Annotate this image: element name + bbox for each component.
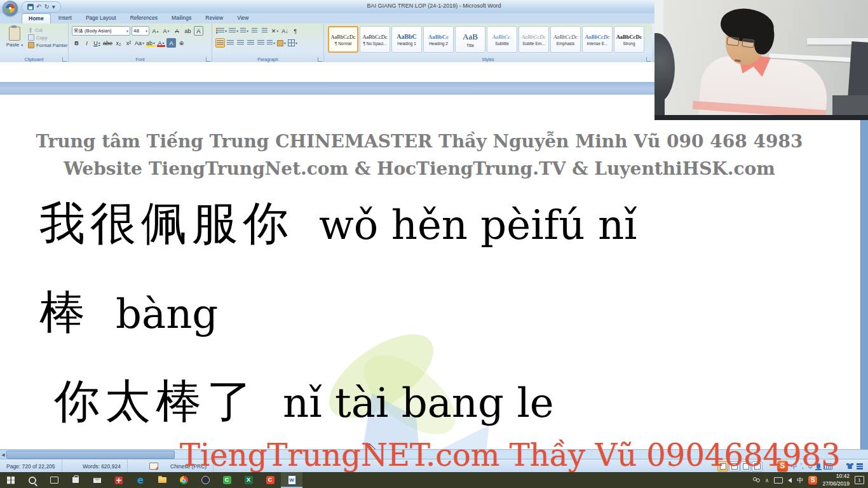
ime-toolbox-icon[interactable] [857, 463, 863, 470]
tray-clock[interactable]: 10:42 27/06/2019 [822, 473, 850, 487]
paste-dropdown-arrow[interactable]: ▾ [21, 43, 23, 47]
taskbar-search-button[interactable] [22, 472, 43, 488]
multilevel-list-button[interactable]: ▾ [240, 26, 249, 36]
horizontal-scroll-thumb[interactable] [6, 451, 175, 459]
line-spacing-button[interactable]: ▾ [266, 38, 276, 48]
taskbar-obs[interactable] [194, 472, 216, 488]
ime-skin-icon[interactable] [846, 463, 853, 469]
document-page[interactable]: Trung tâm Tiếng Trung CHINEMASTER Thầy N… [0, 95, 862, 449]
grow-font-button[interactable]: A▴ [151, 26, 160, 36]
taskbar-mail[interactable] [86, 472, 108, 488]
styles-dialog-launcher[interactable] [646, 57, 651, 62]
word-count[interactable]: Words: 620,924 [76, 459, 128, 473]
style-subtitle[interactable]: AaBbCc.Subtitle [487, 26, 517, 53]
bold-button[interactable]: B [72, 38, 81, 48]
style-normal[interactable]: AaBbCcDc¶ Normal [328, 26, 358, 53]
redo-icon[interactable]: ↻ [44, 3, 49, 11]
italic-button[interactable]: I [82, 38, 92, 48]
tab-mailings[interactable]: Mailings [165, 13, 198, 24]
show-formatting-marks-button[interactable]: ¶ [290, 26, 300, 36]
distribute-button[interactable] [256, 38, 266, 48]
lesson-line-3[interactable]: 你太棒了 nǐ tài bang le [54, 371, 554, 432]
tray-sogou-icon[interactable]: S [808, 476, 817, 485]
tab-references[interactable]: References [124, 13, 164, 24]
tray-ime-mode-icon[interactable]: 中 [797, 476, 803, 485]
format-painter-button[interactable]: Format Painter [28, 42, 68, 48]
character-shading-button[interactable]: A [166, 38, 176, 48]
sort-button[interactable]: A↓ [280, 26, 290, 36]
clipboard-dialog-launcher[interactable] [62, 57, 67, 62]
bullets-button[interactable]: ▾ [215, 26, 227, 36]
tab-insert[interactable]: Insert [52, 13, 78, 24]
tray-people-icon[interactable] [752, 477, 760, 483]
taskbar-excel[interactable]: X [238, 472, 259, 488]
asian-layout-button[interactable]: ✕▾ [270, 26, 280, 36]
document-header-line1[interactable]: Trung tâm Tiếng Trung CHINEMASTER Thầy N… [0, 131, 839, 152]
tab-review[interactable]: Review [199, 13, 229, 24]
align-left-button[interactable] [215, 38, 225, 48]
notification-center-icon[interactable]: 1 [855, 476, 864, 484]
page-indicator[interactable]: Page: 720 of 22,205 [0, 459, 62, 473]
tray-volume-icon[interactable] [788, 478, 792, 483]
taskbar-recorder[interactable]: C [259, 472, 281, 488]
align-center-button[interactable] [226, 38, 235, 48]
phonetic-guide-button[interactable]: ab [183, 26, 193, 36]
document-header-line2[interactable]: Website TiengTrungNet.com & HocTiengTrun… [0, 158, 839, 179]
style-emphasis[interactable]: AaBbCcDcEmphasis [550, 26, 581, 53]
align-right-button[interactable] [236, 38, 245, 48]
lesson-line-1[interactable]: 我很佩服你 wǒ hěn pèifú nǐ [39, 193, 637, 254]
shrink-font-button[interactable]: A▾ [161, 26, 171, 36]
taskbar-grid-app[interactable] [108, 472, 130, 488]
font-dialog-launcher[interactable] [206, 57, 210, 62]
style-title[interactable]: AaBTitle [455, 26, 485, 53]
style-heading1[interactable]: AaBbCHeading 1 [391, 26, 422, 53]
font-name-select[interactable]: 宋体 (Body Asian)▾ [72, 26, 130, 36]
taskbar-chrome[interactable] [173, 472, 194, 488]
spellcheck-status[interactable] [143, 459, 165, 473]
numbering-button[interactable]: ▾ [228, 26, 239, 36]
increase-indent-button[interactable] [260, 26, 269, 36]
copy-button[interactable]: Copy [28, 34, 68, 41]
taskbar-edge[interactable]: e [130, 472, 151, 488]
borders-button[interactable]: ▾ [287, 38, 298, 48]
tab-page-layout[interactable]: Page Layout [79, 13, 123, 24]
justify-button[interactable] [246, 38, 255, 48]
lesson-line-2[interactable]: 棒 bàng [39, 282, 218, 343]
tray-network-display-icon[interactable] [774, 477, 783, 484]
taskbar-store[interactable] [65, 472, 86, 488]
style-intense-emphasis[interactable]: AaBbCcDcIntense E... [582, 26, 613, 53]
font-color-button[interactable]: A▾ [156, 38, 166, 48]
vertical-scrollbar[interactable] [860, 95, 868, 449]
customize-qat-icon[interactable]: ▾ [52, 3, 55, 11]
highlight-button[interactable]: ab▾ [146, 38, 156, 48]
task-view-button[interactable] [43, 472, 65, 488]
cut-button[interactable]: Cut [28, 27, 68, 33]
enclose-characters-button[interactable]: ⊕ [177, 38, 186, 48]
taskbar-camtasia[interactable]: C [216, 472, 238, 488]
font-size-select[interactable]: 48▾ [132, 26, 149, 36]
style-no-spacing[interactable]: AaBbCcDc¶ No Spaci... [360, 26, 390, 53]
change-case-button[interactable]: Aa▾ [134, 38, 145, 48]
office-button[interactable] [3, 1, 18, 16]
character-border-button[interactable]: A [194, 26, 203, 36]
style-strong[interactable]: AaBbCcDcStrong [614, 26, 644, 53]
style-heading2[interactable]: AaBbCcHeading 2 [423, 26, 454, 53]
subscript-button[interactable]: x₂ [114, 38, 123, 48]
undo-icon[interactable]: ↶ [36, 3, 41, 11]
clear-formatting-button[interactable]: A [172, 26, 182, 36]
save-icon[interactable] [27, 4, 34, 10]
taskbar-word-active[interactable]: W [281, 472, 302, 488]
tray-chevron-up-icon[interactable]: ∧ [765, 477, 770, 484]
shading-button[interactable]: ▾ [276, 38, 287, 48]
strikethrough-button[interactable]: abe [102, 38, 113, 48]
tab-view[interactable]: View [231, 13, 255, 24]
paragraph-dialog-launcher[interactable] [318, 57, 322, 62]
style-subtle-emphasis[interactable]: AaBbCcDcSubtle Em... [519, 26, 549, 53]
underline-button[interactable]: U▾ [92, 38, 102, 48]
paste-button[interactable]: Paste ▾ [4, 27, 25, 53]
taskbar-file-explorer[interactable] [151, 472, 173, 488]
scroll-left-arrow-icon[interactable]: ◀ [0, 450, 6, 459]
start-button[interactable] [0, 472, 22, 488]
superscript-button[interactable]: x² [124, 38, 133, 48]
decrease-indent-button[interactable] [250, 26, 259, 36]
